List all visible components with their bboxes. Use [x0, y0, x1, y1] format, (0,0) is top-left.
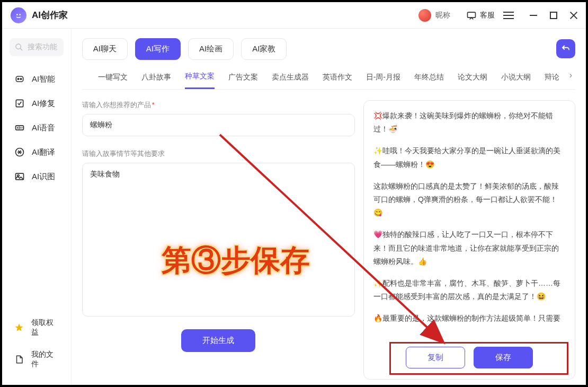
mode-tab-paint[interactable]: AI绘画: [188, 38, 234, 60]
app-title: AI创作家: [32, 9, 68, 21]
save-button[interactable]: 保存: [474, 347, 533, 368]
detail-textarea[interactable]: [82, 163, 355, 316]
voice-icon: [14, 122, 25, 134]
svg-point-6: [20, 78, 22, 80]
main-area: AI聊天 AI写作 AI绘画 AI家教 一键写文 八卦故事 种草文案 广告文案 …: [72, 29, 586, 385]
search-input[interactable]: 搜索功能: [10, 38, 64, 56]
mode-tab-tutor[interactable]: AI家教: [241, 38, 287, 60]
svg-point-5: [17, 78, 19, 80]
avatar-icon: [418, 9, 431, 22]
nickname-label: 昵称: [435, 11, 450, 20]
sidebar-item-rewards[interactable]: 领取权益: [10, 312, 64, 344]
sub-tab[interactable]: 论文大纲: [458, 73, 487, 89]
svg-point-1: [19, 14, 21, 15]
undo-button[interactable]: [556, 39, 575, 58]
svg-point-3: [16, 44, 21, 49]
sidebar-item-label: AI修复: [32, 99, 55, 109]
sidebar-item-ai-smart[interactable]: AI智能: [10, 67, 64, 91]
svg-rect-4: [16, 76, 23, 82]
output-paragraph: 💢爆款来袭！这碗美味到爆炸的螺蛳粉，你绝对不能错过！🍜: [373, 109, 565, 136]
product-input[interactable]: [82, 114, 355, 136]
window-controls: [530, 12, 577, 19]
sidebar-item-ai-repair[interactable]: AI修复: [10, 91, 64, 116]
sidebar-item-label: AI翻译: [32, 147, 55, 157]
output-paragraph: ✨配料也是非常丰富，腐竹、木耳、酸笋、萝卜干……每一口都能感受到丰富的层次感，真…: [373, 277, 565, 303]
svg-rect-2: [468, 12, 476, 17]
reward-icon: [14, 322, 25, 333]
copy-button[interactable]: 复制: [406, 347, 465, 368]
output-paragraph: 💗独特的酸辣口感，让人吃了一口又一口，根本停不下来！而且它的味道非常地道，让你在…: [373, 228, 565, 268]
sub-tab[interactable]: 英语作文: [323, 73, 352, 89]
support-button[interactable]: 客服: [466, 10, 495, 21]
sidebar-item-label: AI识图: [32, 172, 55, 182]
sub-tab[interactable]: 辩论: [545, 73, 559, 89]
sidebar-item-ai-voice[interactable]: AI语音: [10, 116, 64, 140]
hamburger-icon[interactable]: [503, 12, 514, 19]
minimize-button[interactable]: [530, 12, 537, 19]
undo-icon: [561, 44, 571, 54]
output-paragraph: 🔥最重要的是，这款螺蛳粉的制作方法超级简单！只需要: [373, 312, 565, 325]
sub-tab[interactable]: 一键写文: [98, 73, 128, 89]
maximize-button[interactable]: [550, 12, 557, 19]
app-logo: [11, 7, 26, 23]
repair-icon: [14, 98, 25, 109]
translate-icon: [14, 146, 25, 158]
sub-tab[interactable]: 小说大纲: [501, 73, 531, 89]
sub-tabs: 一键写文 八卦故事 种草文案 广告文案 卖点生成器 英语作文 日-周-月报 年终…: [82, 68, 575, 90]
sidebar-item-label: AI智能: [32, 74, 55, 84]
sub-tab[interactable]: 日-周-月报: [366, 73, 400, 89]
form-column: 请输入你想推荐的产品* 请输入故事情节等其他要求 开始生成: [82, 100, 355, 380]
image-icon: [14, 171, 25, 182]
chevron-right-icon[interactable]: ›: [569, 71, 572, 80]
mode-tab-write[interactable]: AI写作: [135, 38, 181, 60]
sidebar-item-label: 我的文件: [31, 350, 59, 369]
sub-tab[interactable]: 广告文案: [228, 73, 258, 89]
file-icon: [14, 354, 25, 365]
mode-tabs: AI聊天 AI写作 AI绘画 AI家教: [82, 38, 575, 60]
output-paragraph: 这款螺蛳粉的口感真的是太赞了！鲜美浓郁的汤底，酸辣可口的螺蛳，Q弹爽滑的粉条，每…: [373, 180, 565, 220]
smart-icon: [14, 73, 25, 85]
sub-tab[interactable]: 年终总结: [414, 73, 444, 89]
svg-point-0: [16, 14, 18, 15]
sidebar-item-ai-translate[interactable]: AI翻译: [10, 140, 64, 164]
search-placeholder: 搜索功能: [28, 42, 57, 52]
search-icon: [15, 43, 23, 51]
sidebar-item-ai-image[interactable]: AI识图: [10, 164, 64, 189]
sub-tab[interactable]: 卖点生成器: [272, 73, 309, 89]
detail-label: 请输入故事情节等其他要求: [82, 149, 355, 159]
user-badge[interactable]: 昵称: [418, 9, 450, 22]
mode-tab-chat[interactable]: AI聊天: [82, 38, 128, 60]
sub-tab[interactable]: 八卦故事: [141, 73, 171, 89]
output-actions: 复制 保存: [373, 339, 565, 372]
close-button[interactable]: [570, 12, 577, 19]
support-label: 客服: [480, 11, 495, 20]
output-text: 💢爆款来袭！这碗美味到爆炸的螺蛳粉，你绝对不能错过！🍜 ✨哇哦！今天我要给大家分…: [373, 109, 565, 335]
sidebar-item-label: 领取权益: [31, 318, 59, 337]
sidebar: 搜索功能 AI智能 AI修复 AI语音 AI翻译 AI识图 领取权益: [2, 29, 72, 385]
sub-tab-active[interactable]: 种草文案: [185, 72, 215, 89]
titlebar: AI创作家 昵称 客服: [2, 2, 586, 29]
output-panel: 💢爆款来袭！这碗美味到爆炸的螺蛳粉，你绝对不能错过！🍜 ✨哇哦！今天我要给大家分…: [363, 100, 575, 380]
sidebar-item-label: AI语音: [32, 123, 55, 133]
product-label: 请输入你想推荐的产品*: [82, 100, 355, 110]
sidebar-item-myfiles[interactable]: 我的文件: [10, 344, 64, 375]
generate-button[interactable]: 开始生成: [181, 329, 255, 352]
chat-icon: [466, 10, 477, 21]
output-paragraph: ✨哇哦！今天我要给大家分享的是一碗让人垂涎欲滴的美食——螺蛳粉！😍: [373, 144, 565, 171]
